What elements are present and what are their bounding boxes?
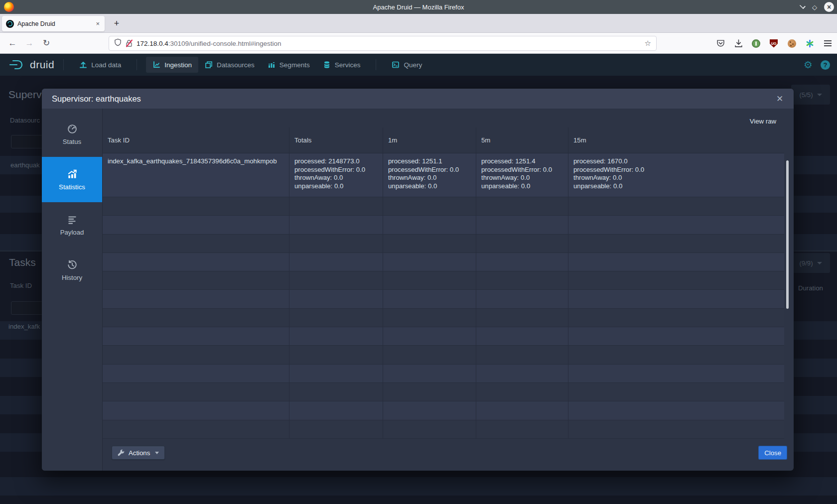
empty-cell xyxy=(103,365,289,382)
ingestion-page-dimmed: Superv Datasourc earthquak (5/5) Tasks (… xyxy=(0,76,837,504)
supervisors-count-dropdown[interactable]: (5/5) xyxy=(791,85,830,105)
table-header-row: Task ID Totals 1m 5m 15m xyxy=(103,127,784,153)
empty-cell xyxy=(383,365,476,382)
tab-close-icon[interactable]: × xyxy=(95,20,101,27)
cookie-extension-icon[interactable] xyxy=(787,39,796,48)
bookmark-star-icon[interactable]: ☆ xyxy=(645,39,651,48)
nav-segments[interactable]: Segments xyxy=(261,57,316,73)
settings-gear-icon[interactable]: ⚙ xyxy=(804,60,813,70)
empty-cell xyxy=(476,327,568,345)
tab-status[interactable]: Status xyxy=(42,112,102,157)
tab-title: Apache Druid xyxy=(17,20,91,27)
wrench-icon xyxy=(118,449,125,456)
empty-cell xyxy=(568,216,784,234)
window-close-button[interactable]: × xyxy=(824,2,834,12)
dialog-close-icon[interactable]: ✕ xyxy=(774,93,786,105)
empty-cell xyxy=(103,346,289,364)
actions-button[interactable]: Actions xyxy=(112,446,165,460)
empty-cell xyxy=(568,420,784,438)
view-raw-link[interactable]: View raw xyxy=(750,118,776,125)
tab-statistics[interactable]: Statistics xyxy=(42,157,102,202)
column-header-totals[interactable]: Totals xyxy=(289,127,383,153)
nav-ingestion[interactable]: Ingestion xyxy=(146,57,198,73)
supervisor-row-cell[interactable]: earthquak xyxy=(10,161,40,169)
table-empty-row xyxy=(103,420,784,439)
druid-logo-icon xyxy=(9,59,26,70)
close-button[interactable]: Close xyxy=(758,446,787,460)
empty-cell xyxy=(383,327,476,345)
lock-slash-icon[interactable] xyxy=(126,39,133,47)
column-header-task-id[interactable]: Task ID xyxy=(103,127,289,153)
empty-cell xyxy=(289,420,383,438)
download-icon[interactable] xyxy=(734,39,743,48)
back-button[interactable]: ← xyxy=(6,37,19,49)
empty-cell xyxy=(568,235,784,252)
empty-cell xyxy=(568,290,784,308)
empty-cell xyxy=(383,216,476,234)
window-title: Apache Druid — Mozilla Firefox xyxy=(0,3,837,11)
table-scrollbar-thumb[interactable] xyxy=(786,160,789,309)
table-empty-row xyxy=(103,365,784,383)
table-empty-rows xyxy=(103,197,784,439)
window-maximize-button[interactable]: ◇ xyxy=(812,4,817,10)
empty-cell xyxy=(476,401,568,419)
new-tab-button[interactable]: + xyxy=(111,18,123,30)
empty-cell xyxy=(476,271,568,289)
ublock-origin-icon[interactable]: UO xyxy=(769,39,778,48)
empty-cell xyxy=(103,216,289,234)
column-header-5m[interactable]: 5m xyxy=(476,127,568,153)
cell-5m: processed: 1251.4 processedWithError: 0.… xyxy=(476,153,568,197)
nav-services[interactable]: Services xyxy=(316,57,367,73)
table-row[interactable]: index_kafka_earthquakes_7184357396d6c0a_… xyxy=(103,153,784,197)
empty-cell xyxy=(476,420,568,438)
table-empty-row xyxy=(103,197,784,216)
empty-cell xyxy=(568,309,784,327)
window-minimize-button[interactable] xyxy=(800,3,806,9)
empty-cell xyxy=(383,197,476,215)
pocket-icon[interactable] xyxy=(716,39,725,48)
empty-cell xyxy=(568,365,784,382)
empty-cell xyxy=(103,401,289,419)
brand-name: druid xyxy=(30,59,54,71)
tab-history[interactable]: History xyxy=(42,248,102,293)
empty-cell xyxy=(289,309,383,327)
empty-cell xyxy=(289,365,383,382)
url-bar[interactable]: 172.18.0.4:30109/unified-console.html#in… xyxy=(109,36,657,51)
menu-icon[interactable] xyxy=(823,39,832,48)
empty-cell xyxy=(476,216,568,234)
empty-cell xyxy=(383,383,476,401)
nav-load-data[interactable]: Load data xyxy=(73,57,128,73)
chevron-down-icon xyxy=(155,452,159,454)
reload-button[interactable]: ↻ xyxy=(40,37,53,49)
empty-cell xyxy=(103,420,289,438)
task-filter-input[interactable] xyxy=(11,301,46,315)
divider xyxy=(63,59,64,70)
empty-cell xyxy=(289,383,383,401)
dialog-header: Supervisor: earthquakes ✕ xyxy=(42,89,794,109)
nav-query[interactable]: Query xyxy=(385,57,428,73)
task-row-cell[interactable]: index_kafk xyxy=(8,323,40,330)
empty-cell xyxy=(476,253,568,271)
nav-datasources[interactable]: Datasources xyxy=(198,57,261,73)
forward-button[interactable]: → xyxy=(23,37,36,49)
empty-cell xyxy=(103,309,289,327)
tasks-count-dropdown[interactable]: (9/9) xyxy=(791,253,830,273)
empty-cell xyxy=(383,235,476,252)
column-header-1m[interactable]: 1m xyxy=(383,127,476,153)
help-icon[interactable]: ? xyxy=(821,60,830,70)
supervisors-heading: Superv xyxy=(8,89,42,101)
druid-logo[interactable]: druid xyxy=(9,59,54,71)
container-asterisk-icon[interactable] xyxy=(805,39,814,48)
tab-payload[interactable]: Payload xyxy=(42,202,102,248)
datasource-filter-input[interactable] xyxy=(11,135,46,148)
empty-cell xyxy=(103,271,289,289)
column-header-15m[interactable]: 15m xyxy=(568,127,784,153)
empty-cell xyxy=(568,346,784,364)
browser-tab[interactable]: Apache Druid × xyxy=(2,16,105,31)
divider xyxy=(376,59,376,70)
table-empty-row xyxy=(103,383,784,401)
cell-1m: processed: 1251.1 processedWithError: 0.… xyxy=(383,153,476,197)
extension-green-icon[interactable] xyxy=(752,39,760,48)
empty-cell xyxy=(289,235,383,252)
tracking-shield-icon[interactable] xyxy=(114,38,122,48)
